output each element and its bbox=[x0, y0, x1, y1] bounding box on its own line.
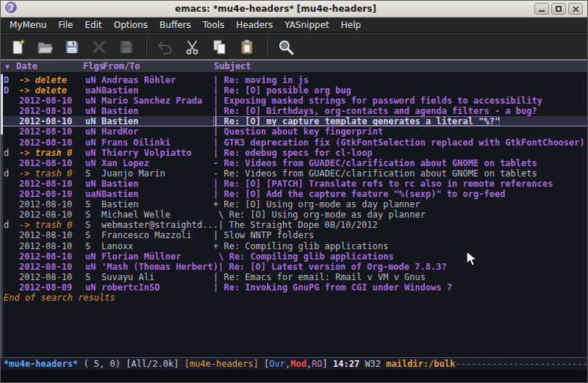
message-row[interactable]: 2012-08-10 uN Bastien | Re: [O] Birthday… bbox=[1, 106, 587, 116]
message-row[interactable]: 2012-08-10 S Michael Welle \ Re: [O] Usi… bbox=[1, 210, 587, 220]
mark-column bbox=[4, 106, 19, 116]
message-row[interactable]: 2012-08-10 uN 'Mash (Thomas Herbert) | R… bbox=[1, 262, 587, 272]
flags-column: uN bbox=[85, 116, 101, 126]
from-column: Bastien bbox=[101, 116, 213, 126]
column-header-date[interactable]: Date bbox=[16, 60, 37, 73]
message-row[interactable]: 2012-08-10 uN Mario Sanchez Prada | Expo… bbox=[1, 96, 587, 106]
maximize-button[interactable] bbox=[551, 3, 566, 15]
subject-column: | Re: edebug specs for cl-loop bbox=[213, 148, 373, 158]
message-row[interactable]: 2012-08-10 uN Bastien | Re: [O] my captu… bbox=[1, 116, 587, 126]
from-column: Bastien bbox=[101, 85, 213, 96]
message-row[interactable]: D -> delete uaN Bastien | Re: [O] possib… bbox=[1, 85, 587, 96]
save-button[interactable] bbox=[61, 36, 83, 58]
mode-line-segment: [All/2.0k] bbox=[126, 359, 184, 369]
message-row[interactable]: 2012-08-10 S Francesco Mazzoli | Slow NN… bbox=[1, 230, 587, 240]
message-row[interactable]: 2012-08-10 uN HardKor | Question about k… bbox=[1, 126, 587, 137]
message-row[interactable]: 2012-08-10 uN Frans Oilinki | GTK3 depre… bbox=[1, 137, 587, 148]
message-row[interactable]: 2012-08-10 uaN Bastien | Re: [O] Add the… bbox=[1, 189, 587, 199]
open-file-button[interactable] bbox=[34, 36, 56, 58]
mark-column: d bbox=[4, 148, 19, 158]
end-of-results-text: End of search results bbox=[1, 293, 587, 303]
flags-column: uN bbox=[85, 96, 101, 106]
sort-indicator-icon[interactable]: ▼ bbox=[5, 60, 10, 73]
message-row[interactable]: D -> delete uN Andreas Röhler | Re: movi… bbox=[1, 75, 587, 85]
mark-column bbox=[4, 116, 19, 126]
close-icon bbox=[573, 6, 579, 12]
save-as-icon bbox=[118, 38, 135, 56]
menu-item-edit[interactable]: Edit bbox=[79, 18, 108, 32]
date-column: -> delete bbox=[19, 75, 85, 85]
menu-item-tools[interactable]: Tools bbox=[197, 18, 231, 32]
new-file-button[interactable] bbox=[7, 36, 29, 58]
undo-button[interactable] bbox=[154, 36, 176, 58]
message-row[interactable]: 2012-08-10 uN Florian Müllner \ Re: Comp… bbox=[1, 251, 587, 262]
paste-icon bbox=[238, 38, 256, 56]
from-column: 'Mash (Thomas Herbert) bbox=[101, 262, 218, 272]
close-button[interactable] bbox=[568, 3, 583, 15]
from-column: Frans Oilinki bbox=[101, 137, 213, 148]
menu-item-file[interactable]: File bbox=[52, 18, 79, 32]
toolbar bbox=[1, 33, 587, 60]
subject-column: | Re: [O] Add the capture feature "%(sex… bbox=[213, 189, 505, 199]
save-as-button[interactable] bbox=[115, 36, 137, 58]
scrollbar[interactable] bbox=[1, 73, 3, 357]
from-column: Thierry Volpiatto bbox=[101, 148, 213, 158]
subject-column: | Re: [O] Birthdays, org-contacts and ag… bbox=[213, 106, 537, 116]
mark-column: D bbox=[4, 75, 19, 85]
copy-button[interactable] bbox=[209, 36, 231, 58]
subject-column: + Re: Compiling glib applications bbox=[213, 241, 388, 251]
from-column: Suvayu Ali bbox=[101, 272, 213, 282]
mark-column: d bbox=[4, 168, 19, 179]
paste-button[interactable] bbox=[236, 36, 258, 58]
message-row[interactable]: 2012-08-10 uN Xan Lopez - Re: Videos fro… bbox=[1, 158, 587, 168]
message-row[interactable]: d -> trash 0 S webmaster@straightd... | … bbox=[1, 220, 587, 230]
date-column: 2012-08-10 bbox=[19, 116, 85, 126]
message-row[interactable]: 2012-08-10 S Bastien + Re: [O] Using org… bbox=[1, 199, 587, 210]
echo-area bbox=[1, 370, 587, 382]
column-header-subject[interactable]: Subject bbox=[214, 60, 251, 73]
minimize-button[interactable] bbox=[534, 3, 549, 15]
message-row[interactable]: 2012-08-10 S Suvayu Ali | Re: Emacs for … bbox=[1, 272, 587, 282]
from-column: Andreas Röhler bbox=[101, 75, 213, 85]
message-list: D -> delete uN Andreas Röhler | Re: movi… bbox=[1, 75, 587, 293]
subject-column: | Re: [O] my capture template generates … bbox=[213, 116, 500, 126]
search-button[interactable] bbox=[275, 36, 297, 58]
cut-button[interactable] bbox=[182, 36, 204, 58]
subject-column: + Re: [O] Using org-mode as day planner bbox=[213, 199, 420, 210]
kill-buffer-icon bbox=[90, 38, 108, 56]
flags-column: S bbox=[85, 220, 101, 230]
mode-line-segment: [mu4e-headers] bbox=[184, 359, 259, 369]
mark-column bbox=[4, 189, 19, 199]
date-column: 2012-08-10 bbox=[19, 272, 85, 282]
date-column: 2012-08-10 bbox=[19, 179, 85, 189]
menu-item-options[interactable]: Options bbox=[108, 18, 154, 32]
menu-item-mymenu[interactable]: MyMenu bbox=[4, 18, 52, 32]
mark-column bbox=[4, 199, 19, 210]
mark-column bbox=[4, 282, 19, 293]
menu-item-headers[interactable]: Headers bbox=[230, 18, 279, 32]
kill-buffer-button[interactable] bbox=[88, 36, 110, 58]
column-header-flags[interactable]: Flgs bbox=[83, 60, 104, 73]
message-row[interactable]: 2012-08-09 uN robertcInSD | Re: Invoking… bbox=[1, 282, 587, 293]
column-header-from[interactable]: From/To bbox=[103, 60, 140, 73]
message-row[interactable]: 2012-08-10 uN Bastien | Re: [O] [PATCH] … bbox=[1, 179, 587, 189]
date-column: 2012-08-10 bbox=[19, 251, 85, 262]
message-row[interactable]: d -> trash 0 S Juanjo Marin - Re: Videos… bbox=[1, 168, 587, 179]
subject-column: | The Straight Dope 08/10/2012 bbox=[218, 220, 378, 230]
mark-column bbox=[4, 251, 19, 262]
date-column: 2012-08-10 bbox=[19, 241, 85, 251]
title-bar[interactable]: emacs: *mu4e-headers* [mu4e-headers] bbox=[1, 1, 587, 18]
flags-column: uN bbox=[85, 282, 101, 293]
message-row[interactable]: d -> trash 0 uN Thierry Volpiatto | Re: … bbox=[1, 148, 587, 158]
new-file-icon bbox=[9, 38, 26, 56]
message-row[interactable]: 2012-08-10 S Lanoxx + Re: Compiling glib… bbox=[1, 241, 587, 251]
open-file-icon bbox=[36, 38, 54, 56]
mark-column: d bbox=[4, 220, 19, 230]
menu-item-yasnippet[interactable]: YASnippet bbox=[279, 18, 335, 32]
mark-column bbox=[4, 241, 19, 251]
mode-line-segment: Ovr bbox=[269, 359, 285, 369]
menu-item-buffers[interactable]: Buffers bbox=[154, 18, 197, 32]
menu-item-help[interactable]: Help bbox=[335, 18, 367, 32]
mode-line[interactable]: *mu4e-headers* ( 5, 0) [All/2.0k] [mu4e-… bbox=[1, 357, 587, 370]
scrollbar-thumb[interactable] bbox=[1, 74, 3, 135]
